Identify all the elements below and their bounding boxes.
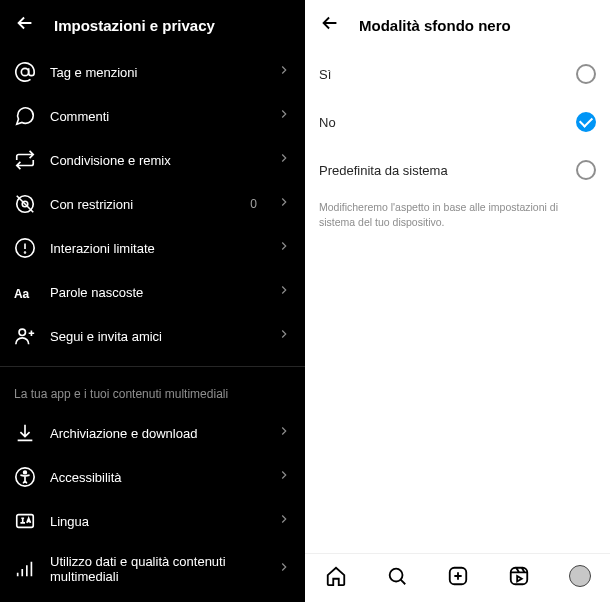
menu-item-limited[interactable]: Interazioni limitate	[0, 226, 305, 270]
svg-point-9	[24, 471, 27, 474]
radio-selected-icon	[576, 112, 596, 132]
restricted-icon	[14, 193, 36, 215]
menu-item-website-auth[interactable]: Autorizzazioni del sito web	[0, 595, 305, 602]
bottom-nav	[305, 553, 610, 602]
svg-point-0	[21, 68, 28, 75]
svg-text:Aa: Aa	[14, 287, 30, 301]
data-usage-icon	[14, 558, 36, 580]
left-header: Impostazioni e privacy	[0, 0, 305, 50]
menu-item-language[interactable]: Lingua	[0, 499, 305, 543]
option-label: No	[319, 115, 336, 130]
chevron-right-icon	[277, 283, 291, 301]
menu-label: Segui e invita amici	[50, 329, 263, 344]
settings-title: Impostazioni e privacy	[54, 17, 215, 34]
back-arrow-icon[interactable]	[14, 12, 36, 38]
accessibility-icon	[14, 466, 36, 488]
chevron-right-icon	[277, 327, 291, 345]
download-icon	[14, 422, 36, 444]
svg-rect-16	[510, 568, 527, 585]
radio-icon	[576, 64, 596, 84]
settings-panel: Impostazioni e privacy Tag e menzioni Co…	[0, 0, 305, 602]
menu-label: Con restrizioni	[50, 197, 236, 212]
menu-label: Interazioni limitate	[50, 241, 263, 256]
menu-label: Parole nascoste	[50, 285, 263, 300]
menu-item-comments[interactable]: Commenti	[0, 94, 305, 138]
search-icon[interactable]	[385, 564, 409, 588]
svg-point-5	[25, 252, 26, 253]
home-icon[interactable]	[324, 564, 348, 588]
radio-icon	[576, 160, 596, 180]
hidden-words-icon: Aa	[14, 281, 36, 303]
chevron-right-icon	[277, 239, 291, 257]
mention-icon	[14, 61, 36, 83]
dark-mode-panel: Modalità sfondo nero Sì No Predefinita d…	[305, 0, 610, 602]
comment-icon	[14, 105, 36, 127]
menu-label: Lingua	[50, 514, 263, 529]
option-yes[interactable]: Sì	[319, 50, 596, 98]
menu-item-archive[interactable]: Archiviazione e download	[0, 411, 305, 455]
option-label: Sì	[319, 67, 331, 82]
menu-label: Archiviazione e download	[50, 426, 263, 441]
new-post-icon[interactable]	[446, 564, 470, 588]
chevron-right-icon	[277, 560, 291, 578]
option-label: Predefinita da sistema	[319, 163, 448, 178]
chevron-right-icon	[277, 468, 291, 486]
menu-label: Tag e menzioni	[50, 65, 263, 80]
menu-label: Utilizzo dati e qualità contenuti multim…	[50, 554, 263, 584]
menu-item-restricted[interactable]: Con restrizioni 0	[0, 182, 305, 226]
chevron-right-icon	[277, 63, 291, 81]
profile-avatar[interactable]	[568, 564, 592, 588]
menu-item-sharing[interactable]: Condivisione e remix	[0, 138, 305, 182]
remix-icon	[14, 149, 36, 171]
hint-text: Modificheremo l'aspetto in base alle imp…	[319, 194, 596, 235]
option-no[interactable]: No	[319, 98, 596, 146]
chevron-right-icon	[277, 151, 291, 169]
right-header: Modalità sfondo nero	[305, 0, 610, 50]
chevron-right-icon	[277, 424, 291, 442]
menu-label: Commenti	[50, 109, 263, 124]
dark-mode-title: Modalità sfondo nero	[359, 17, 511, 34]
chevron-right-icon	[277, 512, 291, 530]
menu-item-data-usage[interactable]: Utilizzo dati e qualità contenuti multim…	[0, 543, 305, 595]
option-system[interactable]: Predefinita da sistema	[319, 146, 596, 194]
svg-point-7	[19, 329, 25, 335]
chevron-right-icon	[277, 107, 291, 125]
options-list: Sì No Predefinita da sistema Modifichere…	[305, 50, 610, 553]
menu-item-hidden-words[interactable]: Aa Parole nascoste	[0, 270, 305, 314]
menu-item-accessibility[interactable]: Accessibilità	[0, 455, 305, 499]
reels-icon[interactable]	[507, 564, 531, 588]
menu-item-tags[interactable]: Tag e menzioni	[0, 50, 305, 94]
svg-point-14	[389, 569, 402, 582]
avatar-icon	[569, 565, 591, 587]
follow-invite-icon	[14, 325, 36, 347]
svg-rect-10	[17, 515, 34, 528]
section-header-app: La tua app e i tuoi contenuti multimedia…	[0, 366, 305, 411]
chevron-right-icon	[277, 195, 291, 213]
count-badge: 0	[250, 197, 257, 211]
menu-label: Accessibilità	[50, 470, 263, 485]
menu-item-follow-invite[interactable]: Segui e invita amici	[0, 314, 305, 358]
limited-icon	[14, 237, 36, 259]
back-arrow-icon[interactable]	[319, 12, 341, 38]
menu-label: Condivisione e remix	[50, 153, 263, 168]
language-icon	[14, 510, 36, 532]
